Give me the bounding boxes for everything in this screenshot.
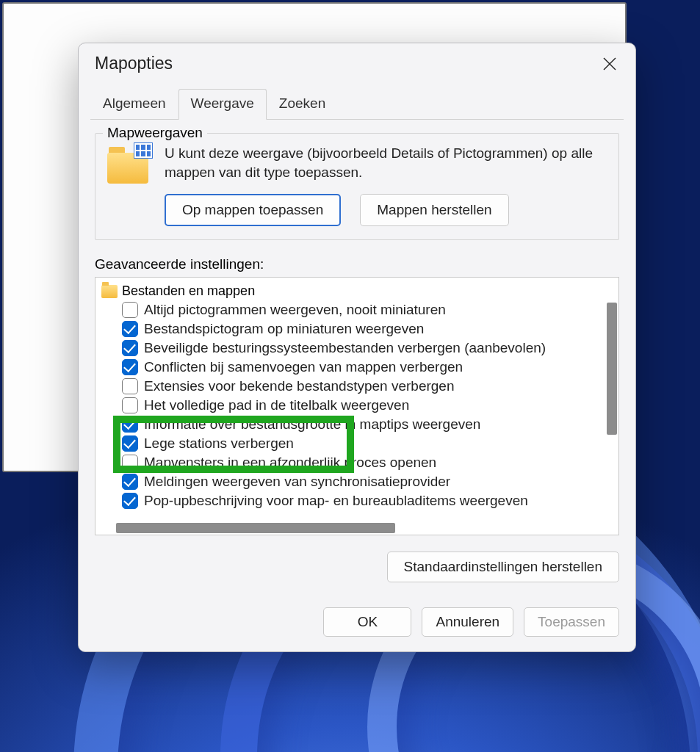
advanced-option-0[interactable]: Altijd pictogrammen weergeven, nooit min… [122, 300, 618, 319]
advanced-option-label-4: Extensies voor bekende bestandstypen ver… [144, 378, 455, 394]
tree-children: Altijd pictogrammen weergeven, nooit min… [122, 300, 618, 510]
folder-tree-icon [101, 285, 118, 298]
advanced-settings-label: Geavanceerde instellingen: [95, 256, 619, 272]
folder-views-row: U kunt deze weergave (bijvoorbeeld Detai… [107, 144, 607, 184]
apply-button[interactable]: Toepassen [524, 607, 619, 637]
vertical-scrollbar[interactable] [604, 281, 617, 532]
advanced-option-7[interactable]: Lege stations verbergen [122, 434, 618, 453]
advanced-option-9[interactable]: Meldingen weergeven van synchronisatiepr… [122, 472, 618, 491]
advanced-option-label-5: Het volledige pad in de titelbalk weerge… [144, 397, 409, 413]
advanced-option-label-8: Mapvensters in een afzonderlijk proces o… [144, 455, 436, 471]
close-icon [602, 57, 617, 71]
advanced-option-10[interactable]: Pop-upbeschrijving voor map- en bureaubl… [122, 491, 618, 510]
horizontal-scrollbar[interactable] [98, 523, 602, 533]
folder-options-dialog: Mapopties Algemeen Weergave Zoeken Mapwe… [78, 43, 636, 652]
advanced-option-2[interactable]: Beveiligde besturingssysteembestanden ve… [122, 339, 618, 358]
tab-search[interactable]: Zoeken [267, 89, 338, 120]
checkbox-10[interactable] [122, 493, 138, 509]
dialog-button-row: OK Annuleren Toepassen [79, 597, 635, 651]
ok-button[interactable]: OK [323, 607, 411, 637]
folder-views-description: U kunt deze weergave (bijvoorbeeld Detai… [165, 144, 607, 181]
advanced-option-5[interactable]: Het volledige pad in de titelbalk weerge… [122, 396, 618, 415]
advanced-settings-scroll: Bestanden en mappen Altijd pictogrammen … [95, 278, 618, 535]
cancel-button[interactable]: Annuleren [422, 607, 513, 637]
folder-views-legend: Mapweergaven [103, 125, 207, 141]
advanced-option-label-9: Meldingen weergeven van synchronisatiepr… [144, 474, 450, 490]
folder-views-buttons: Op mappen toepassen Mappen herstellen [165, 194, 607, 226]
restore-defaults-row: Standaardinstellingen herstellen [95, 552, 619, 582]
tab-view[interactable]: Weergave [178, 89, 267, 120]
vertical-scroll-thumb[interactable] [607, 303, 617, 435]
advanced-option-label-6: Informatie over bestandsgrootte in mapti… [144, 416, 480, 433]
advanced-option-6[interactable]: Informatie over bestandsgrootte in mapti… [122, 415, 618, 434]
folder-icon [107, 145, 151, 184]
advanced-option-label-3: Conflicten bij samenvoegen van mappen ve… [144, 359, 463, 375]
checkbox-2[interactable] [122, 340, 138, 356]
checkbox-5[interactable] [122, 397, 138, 413]
tree-root-label: Bestanden en mappen [122, 283, 255, 299]
checkbox-4[interactable] [122, 378, 138, 394]
advanced-option-label-0: Altijd pictogrammen weergeven, nooit min… [144, 302, 446, 318]
advanced-option-8[interactable]: Mapvensters in een afzonderlijk proces o… [122, 453, 618, 472]
advanced-option-3[interactable]: Conflicten bij samenvoegen van mappen ve… [122, 358, 618, 377]
checkbox-0[interactable] [122, 302, 138, 318]
restore-defaults-button[interactable]: Standaardinstellingen herstellen [387, 552, 619, 582]
advanced-option-4[interactable]: Extensies voor bekende bestandstypen ver… [122, 377, 618, 396]
checkbox-7[interactable] [122, 435, 138, 452]
close-button[interactable] [600, 54, 619, 73]
advanced-option-label-1: Bestandspictogram op miniaturen weergeve… [144, 321, 424, 337]
reset-folders-button[interactable]: Mappen herstellen [360, 194, 508, 226]
titlebar: Mapopties [79, 43, 635, 78]
horizontal-scroll-thumb[interactable] [116, 523, 395, 533]
checkbox-6[interactable] [122, 416, 138, 433]
advanced-option-label-2: Beveiligde besturingssysteembestanden ve… [144, 340, 546, 356]
tab-panel-view: Mapweergaven U kunt deze weergave (bijvo… [79, 120, 635, 597]
dialog-title: Mapopties [95, 54, 173, 73]
checkbox-3[interactable] [122, 359, 138, 375]
tab-general[interactable]: Algemeen [90, 89, 178, 120]
tab-strip: Algemeen Weergave Zoeken [90, 88, 624, 120]
advanced-settings-listbox[interactable]: Bestanden en mappen Altijd pictogrammen … [95, 277, 619, 535]
checkbox-9[interactable] [122, 474, 138, 490]
advanced-option-label-10: Pop-upbeschrijving voor map- en bureaubl… [144, 493, 528, 509]
tree-root-files-folders[interactable]: Bestanden en mappen [101, 282, 618, 300]
advanced-option-label-7: Lege stations verbergen [144, 435, 294, 452]
checkbox-1[interactable] [122, 321, 138, 337]
advanced-option-1[interactable]: Bestandspictogram op miniaturen weergeve… [122, 319, 618, 339]
checkbox-8[interactable] [122, 455, 138, 471]
apply-to-folders-button[interactable]: Op mappen toepassen [165, 194, 341, 226]
folder-views-group: Mapweergaven U kunt deze weergave (bijvo… [95, 133, 619, 240]
